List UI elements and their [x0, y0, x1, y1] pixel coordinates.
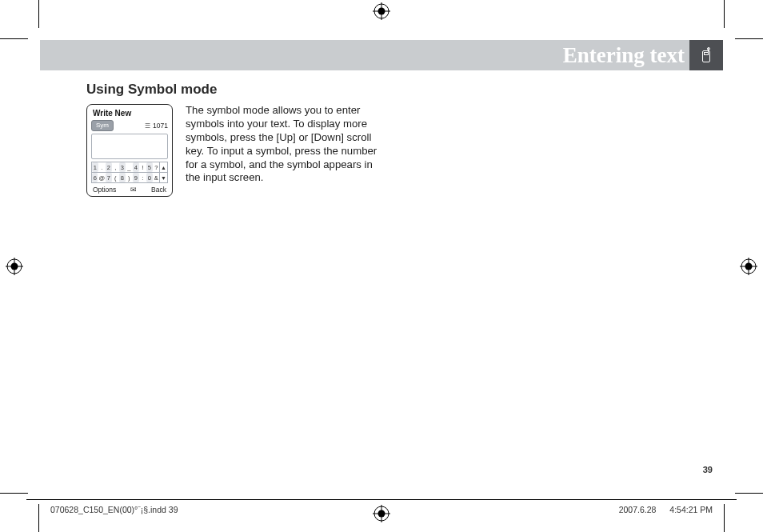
footer-filename: 070628_C150_EN(00)°¨¡§.indd 39 [50, 505, 178, 514]
symbol-key: 4 [133, 162, 139, 172]
phone-textarea [91, 134, 168, 159]
phone-screen-title: Write New [93, 109, 168, 118]
symbol-key: 8 [119, 173, 125, 182]
phone-status-row: Sym ☰ 1071 [91, 120, 168, 131]
page: Entering text Using Symbol mode Write Ne… [0, 0, 763, 532]
registration-mark-icon [740, 258, 757, 275]
symbol-val: ! [140, 162, 146, 172]
symbol-val: . [99, 162, 106, 172]
scroll-down-icon: ▼ [160, 173, 167, 182]
content-area: Entering text Using Symbol mode Write Ne… [40, 40, 723, 197]
scroll-up-icon: ▲ [160, 162, 167, 173]
symbol-row: 1 . 2 , 3 _ 4 ! 5 ? [91, 162, 160, 173]
input-mode-badge: Sym [91, 120, 114, 131]
crop-mark [0, 38, 28, 39]
symbol-key: 2 [106, 162, 112, 172]
section-row: Write New Sym ☰ 1071 1 . 2 [86, 104, 723, 197]
chapter-title: Entering text [563, 40, 685, 70]
symbol-row: 6 @ 7 ( 8 ) 9 : 0 & [91, 173, 160, 183]
registration-mark-icon [373, 505, 390, 522]
symbol-key: 1 [92, 162, 98, 172]
crop-mark [735, 38, 763, 39]
footer-separator [26, 499, 737, 500]
symbol-key: 7 [106, 173, 111, 182]
crop-mark [38, 0, 39, 28]
crop-mark [724, 504, 725, 532]
registration-mark-icon [6, 258, 23, 275]
footer-date: 2007.6.28 [619, 505, 657, 514]
crop-mark [735, 493, 763, 494]
chapter-tab [689, 40, 723, 70]
symbol-key: 6 [92, 173, 98, 182]
symbol-key: 3 [119, 162, 126, 172]
body-text: The symbol mode allows you to enter symb… [186, 104, 385, 185]
symbol-key: 0 [146, 173, 152, 182]
symbol-val: & [154, 173, 159, 182]
page-number: 39 [703, 465, 713, 474]
registration-mark-icon [373, 2, 390, 20]
chapter-title-bar: Entering text [40, 40, 723, 70]
phone-icon [701, 48, 712, 62]
page-list-icon: ☰ [145, 122, 150, 130]
symbol-val: ) [126, 173, 132, 182]
symbol-key: 9 [133, 173, 138, 182]
crop-mark [724, 0, 725, 28]
symbol-key: 5 [146, 162, 153, 172]
phone-mockup: Write New Sym ☰ 1071 1 . 2 [86, 104, 173, 197]
section-heading: Using Symbol mode [86, 82, 723, 98]
softkey-bar: Options ✉ Back [91, 186, 168, 194]
softkey-mid-icon: ✉ [130, 186, 137, 194]
footer-time: 4:54:21 PM [669, 505, 713, 514]
symbol-val: ( [113, 173, 118, 182]
symbol-val: _ [126, 162, 133, 172]
crop-mark [38, 504, 39, 532]
crop-mark [0, 493, 28, 494]
softkey-left: Options [93, 186, 116, 194]
softkey-right: Back [151, 186, 166, 194]
char-count: 1071 [153, 122, 168, 130]
symbol-val: ? [154, 162, 160, 172]
symbol-val: : [140, 173, 146, 182]
symbol-val: , [113, 162, 119, 172]
symbol-val: @ [98, 173, 105, 182]
footer-timestamp: 2007.6.28 4:54:21 PM [619, 505, 713, 514]
